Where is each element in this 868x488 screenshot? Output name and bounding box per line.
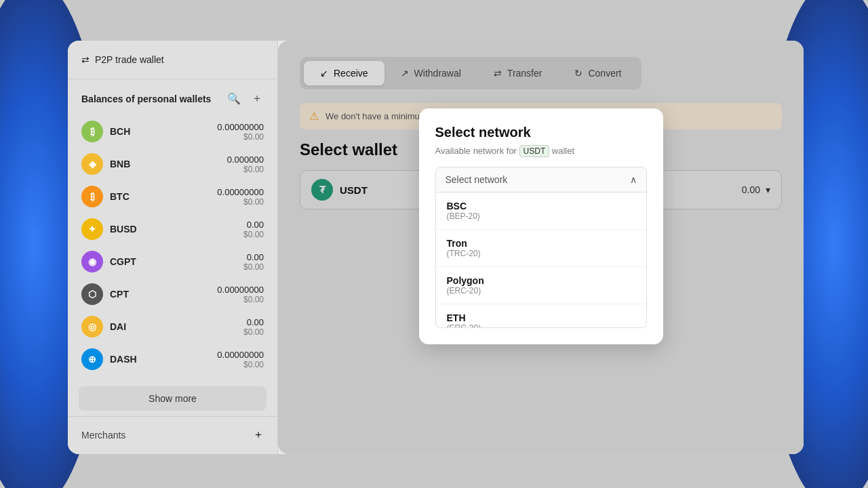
coin-name: DASH xyxy=(110,354,137,365)
network-type: (ERC-20) xyxy=(447,286,635,296)
coin-name: BTC xyxy=(110,191,137,202)
search-button[interactable]: 🔍 xyxy=(226,91,242,106)
coin-amount: 0.00000000 xyxy=(217,350,264,360)
add-wallet-button[interactable]: ＋ xyxy=(250,90,264,107)
network-item[interactable]: Tron (TRC-20) xyxy=(436,230,646,267)
coin-balance: 0.00000000 $0.00 xyxy=(217,122,264,142)
coin-balance: 0.000000 $0.00 xyxy=(227,155,264,174)
balances-actions: 🔍 ＋ xyxy=(226,90,264,107)
wallet-item[interactable]: ⊕ DASH 0.00000000 $0.00 xyxy=(68,343,277,375)
coin-usd: $0.00 xyxy=(217,197,264,207)
sidebar: ⇄ P2P trade wallet Balances of personal … xyxy=(68,41,278,454)
coin-amount: 0.00000000 xyxy=(217,187,264,197)
coin-icon-cgpt: ◉ xyxy=(81,251,103,272)
coin-usd: $0.00 xyxy=(243,230,264,239)
coin-amount: 0.000000 xyxy=(227,155,264,165)
network-type: (ERC-20) xyxy=(447,323,635,328)
chevron-up-icon: ∧ xyxy=(630,174,637,185)
modal-subtitle-prefix: Available network for xyxy=(435,146,517,156)
wallet-list: ₿ BCH 0.00000000 $0.00 ◈ BNB 0.000000 $0… xyxy=(68,115,277,381)
coin-usd: $0.00 xyxy=(243,327,264,337)
coin-icon-dash: ⊕ xyxy=(81,348,103,370)
modal-subtitle-suffix: wallet xyxy=(552,146,574,156)
merchants-label: Merchants xyxy=(81,430,125,441)
wallet-item[interactable]: ◈ BNB 0.000000 $0.00 xyxy=(68,148,277,180)
coin-balance: 0.00 $0.00 xyxy=(243,220,264,239)
network-list: BSC (BEP-20) Tron (TRC-20) Polygon (ERC-… xyxy=(435,192,647,328)
coin-icon-cpt: ⬡ xyxy=(81,283,103,305)
network-item[interactable]: ETH (ERC-20) xyxy=(436,304,646,328)
coin-icon-busd: ✦ xyxy=(81,218,103,240)
modal-title: Select network xyxy=(435,125,647,140)
coin-amount: 0.00000000 xyxy=(217,122,264,132)
coin-usd: $0.00 xyxy=(217,132,264,142)
show-more-button[interactable]: Show more xyxy=(79,386,267,411)
network-name: Tron xyxy=(447,238,635,249)
coin-icon-bnb: ◈ xyxy=(81,153,103,175)
coin-icon-dai: ◎ xyxy=(81,316,103,338)
wallet-item[interactable]: ₿ BTC 0.00000000 $0.00 xyxy=(68,180,277,213)
network-dropdown-header[interactable]: Select network ∧ xyxy=(435,167,647,192)
merchants-section[interactable]: Merchants ＋ xyxy=(68,416,277,453)
coin-icon-btc: ₿ xyxy=(81,186,103,207)
network-type: (TRC-20) xyxy=(447,249,635,258)
coin-usd: $0.00 xyxy=(227,165,264,174)
coin-name: BUSD xyxy=(110,224,137,235)
coin-amount: 0.00 xyxy=(243,252,264,262)
p2p-trade-header: ⇄ P2P trade wallet xyxy=(68,54,277,79)
network-name: ETH xyxy=(447,312,635,323)
coin-balance: 0.00000000 $0.00 xyxy=(217,187,264,207)
coin-balance: 0.00000000 $0.00 xyxy=(217,285,264,304)
coin-usd: $0.00 xyxy=(217,360,264,369)
wallet-item[interactable]: ◉ CGPT 0.00 $0.00 xyxy=(68,245,277,278)
main-content: ↙ Receive ↗ Withdrawal ⇄ Transfer ↻ Conv… xyxy=(278,41,804,454)
coin-name: CGPT xyxy=(110,256,137,267)
coin-amount: 0.00000000 xyxy=(217,285,264,295)
coin-balance: 0.00 $0.00 xyxy=(243,252,264,272)
wallet-item[interactable]: ◎ DAI 0.00 $0.00 xyxy=(68,310,277,343)
wallet-item[interactable]: ⬡ CPT 0.00000000 $0.00 xyxy=(68,278,277,310)
p2p-icon: ⇄ xyxy=(81,54,90,65)
network-dropdown-label: Select network xyxy=(446,174,508,185)
balances-header: Balances of personal wallets 🔍 ＋ xyxy=(68,79,277,115)
network-item[interactable]: BSC (BEP-20) xyxy=(436,192,646,230)
network-item[interactable]: Polygon (ERC-20) xyxy=(436,267,646,304)
network-name: Polygon xyxy=(447,275,635,286)
coin-name: CPT xyxy=(110,289,137,300)
coin-name: BNB xyxy=(110,159,137,169)
coin-name: BCH xyxy=(110,126,137,137)
wallet-item[interactable]: ✦ BUSD 0.00 $0.00 xyxy=(68,213,277,245)
modal-overlay: Select network Available network for USD… xyxy=(278,41,804,454)
coin-usd: $0.00 xyxy=(243,262,264,272)
merchants-add-icon: ＋ xyxy=(253,428,264,442)
network-name: BSC xyxy=(447,201,635,211)
network-type: (BEP-20) xyxy=(447,211,635,221)
coin-icon-bch: ₿ xyxy=(81,121,103,142)
coin-usd: $0.00 xyxy=(217,295,264,304)
coin-name: DAI xyxy=(110,321,137,332)
coin-balance: 0.00000000 $0.00 xyxy=(217,350,264,369)
modal-subtitle: Available network for USDT wallet xyxy=(435,146,647,156)
p2p-trade-label: P2P trade wallet xyxy=(95,54,164,65)
modal-usdt-badge: USDT xyxy=(519,145,550,157)
coin-amount: 0.00 xyxy=(243,220,264,230)
coin-amount: 0.00 xyxy=(243,317,264,327)
wallet-item[interactable]: ₿ BCH 0.00000000 $0.00 xyxy=(68,115,277,148)
coin-balance: 0.00 $0.00 xyxy=(243,317,264,337)
select-network-modal: Select network Available network for USD… xyxy=(419,108,663,344)
balances-title: Balances of personal wallets xyxy=(81,94,211,104)
